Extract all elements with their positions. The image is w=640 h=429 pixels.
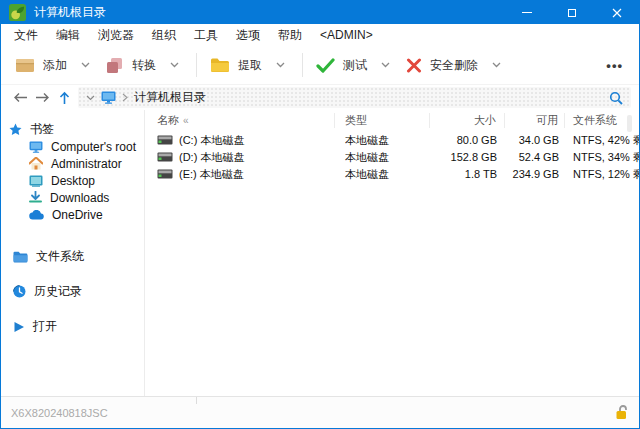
- status-session-id: X6X820240818JSC: [11, 407, 196, 419]
- minimize-icon: [522, 12, 532, 13]
- extract-button-label: 提取: [238, 57, 262, 74]
- maximize-icon: [568, 9, 576, 17]
- add-dropdown-button[interactable]: [73, 50, 100, 80]
- drive-type: 本地磁盘: [335, 133, 430, 148]
- chevron-down-icon: [81, 62, 90, 68]
- arrow-up-icon: [59, 91, 70, 105]
- status-divider: [196, 397, 197, 404]
- maximize-button[interactable]: [549, 1, 594, 24]
- chevron-right-icon: [122, 93, 128, 102]
- extract-button[interactable]: 提取: [204, 50, 268, 80]
- drive-size: 80.0 GB: [430, 134, 505, 146]
- menu-options[interactable]: 选项: [227, 24, 269, 46]
- sidebar-item-label: Administrator: [51, 157, 122, 171]
- history-dropdown-icon[interactable]: [86, 95, 95, 101]
- sidebar-item-administrator[interactable]: Administrator: [1, 155, 144, 172]
- test-button[interactable]: 测试: [310, 50, 373, 80]
- folder-icon: [13, 251, 28, 263]
- convert-button[interactable]: 转换: [100, 50, 162, 80]
- test-button-label: 测试: [343, 57, 367, 74]
- app-logo-icon: [9, 4, 26, 21]
- play-icon: [13, 321, 25, 333]
- test-check-icon: [316, 58, 335, 73]
- sidebar-item-desktop[interactable]: Desktop: [1, 172, 144, 189]
- hard-drive-icon: [157, 169, 173, 179]
- sidebar-item-label: Computer's root: [51, 140, 136, 154]
- breadcrumb-bar[interactable]: 计算机根目录: [78, 87, 631, 108]
- address-bar: 计算机根目录: [1, 85, 639, 110]
- column-header-type[interactable]: 类型: [335, 113, 430, 128]
- table-row[interactable]: (C:) 本地磁盘 本地磁盘 80.0 GB 34.0 GB NTFS, 42%…: [145, 132, 639, 148]
- forward-button[interactable]: [31, 87, 53, 108]
- column-header-size[interactable]: 大小: [430, 113, 505, 128]
- toolbar-divider: [196, 53, 197, 77]
- drive-free: 52.4 GB: [505, 151, 565, 163]
- chevron-down-icon: [170, 62, 179, 68]
- sidebar-item-label: 文件系统: [36, 248, 84, 265]
- back-button[interactable]: [9, 87, 31, 108]
- drive-free: 234.9 GB: [505, 168, 565, 180]
- history-clock-icon: [13, 285, 26, 298]
- close-button[interactable]: [594, 1, 639, 24]
- menu-help[interactable]: 帮助: [269, 24, 311, 46]
- test-dropdown-button[interactable]: [373, 50, 400, 80]
- sidebar-item-onedrive[interactable]: OneDrive: [1, 206, 144, 223]
- sidebar-item-open[interactable]: 打开: [1, 318, 144, 335]
- sidebar-item-computers-root[interactable]: Computer's root: [1, 138, 144, 155]
- search-icon[interactable]: [609, 91, 623, 105]
- table-row[interactable]: (E:) 本地磁盘 本地磁盘 1.8 TB 234.9 GB NTFS, 12%…: [145, 166, 639, 182]
- add-button-label: 添加: [43, 57, 67, 74]
- sidebar-item-downloads[interactable]: Downloads: [1, 189, 144, 206]
- table-header: 名称« 类型 大小 可用 文件系统: [145, 110, 639, 131]
- sidebar-item-label: Downloads: [50, 191, 109, 205]
- convert-button-label: 转换: [132, 57, 156, 74]
- toolbar: 添加 转换 提取: [1, 46, 639, 85]
- convert-dropdown-button[interactable]: [162, 50, 189, 80]
- toolbar-overflow-button[interactable]: •••: [606, 58, 631, 73]
- window-title: 计算机根目录: [34, 1, 106, 24]
- desktop-icon: [29, 175, 43, 187]
- menu-tools[interactable]: 工具: [185, 24, 227, 46]
- arrow-left-icon: [13, 92, 28, 103]
- secure-delete-icon: [406, 58, 422, 73]
- minimize-button[interactable]: [504, 1, 549, 24]
- drive-free: 34.0 GB: [505, 134, 565, 146]
- menu-organize[interactable]: 组织: [143, 24, 185, 46]
- download-icon: [29, 191, 42, 204]
- extract-dropdown-button[interactable]: [268, 50, 295, 80]
- scrollbar-thumb[interactable]: [627, 115, 632, 132]
- sidebar-item-bookmarks[interactable]: 书签: [1, 121, 144, 138]
- computer-icon: [29, 141, 43, 153]
- drive-filesystem: NTFS, 42% 剩余: [565, 133, 639, 148]
- secure-delete-button[interactable]: 安全删除: [400, 50, 484, 80]
- title-bar: 计算机根目录: [1, 1, 639, 24]
- content-area: 书签 Computer's root Administrator: [1, 110, 639, 396]
- up-button[interactable]: [53, 87, 75, 108]
- sidebar-item-history[interactable]: 历史记录: [1, 283, 144, 300]
- drive-type: 本地磁盘: [335, 150, 430, 165]
- drive-name: (E:) 本地磁盘: [179, 167, 244, 182]
- menu-admin[interactable]: <ADMIN>: [311, 24, 382, 46]
- breadcrumb-current[interactable]: 计算机根目录: [134, 89, 206, 106]
- menu-edit[interactable]: 编辑: [47, 24, 89, 46]
- column-header-free[interactable]: 可用: [505, 113, 565, 128]
- archive-box-icon: [15, 57, 35, 73]
- sidebar-item-label: 打开: [33, 318, 57, 335]
- toolbar-divider: [302, 53, 303, 77]
- drive-size: 152.8 GB: [430, 151, 505, 163]
- secure-delete-button-label: 安全删除: [430, 57, 478, 74]
- drive-name: (C:) 本地磁盘: [179, 133, 244, 148]
- window-controls: [504, 1, 639, 24]
- menu-file[interactable]: 文件: [5, 24, 47, 46]
- secure-delete-dropdown-button[interactable]: [484, 50, 511, 80]
- hard-drive-icon: [157, 152, 173, 162]
- unlocked-padlock-icon[interactable]: [615, 405, 629, 420]
- convert-icon: [106, 57, 124, 74]
- hard-drive-icon: [157, 135, 173, 145]
- menu-browser[interactable]: 浏览器: [89, 24, 143, 46]
- chevron-down-icon: [381, 62, 390, 68]
- sidebar-item-filesystem[interactable]: 文件系统: [1, 248, 144, 265]
- add-button[interactable]: 添加: [9, 50, 73, 80]
- table-row[interactable]: (D:) 本地磁盘 本地磁盘 152.8 GB 52.4 GB NTFS, 34…: [145, 149, 639, 165]
- column-header-name[interactable]: 名称«: [145, 113, 335, 128]
